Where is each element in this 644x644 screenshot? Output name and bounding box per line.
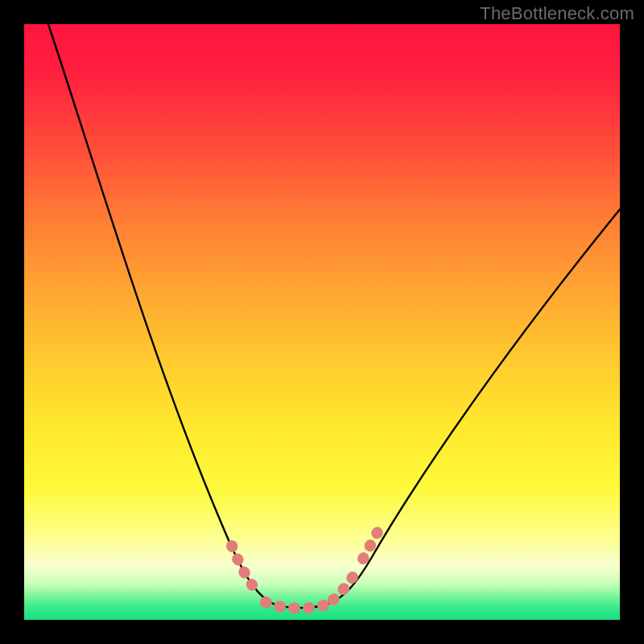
chart-svg [24,24,620,620]
bottleneck-curve [48,24,620,608]
chart-frame: TheBottleneck.com [0,0,644,644]
optimal-range-bottom [266,602,327,609]
chart-plot-area [24,24,620,620]
optimal-range-right-upper [363,532,378,559]
optimal-range-left [232,546,259,594]
watermark-text: TheBottleneck.com [480,3,634,24]
